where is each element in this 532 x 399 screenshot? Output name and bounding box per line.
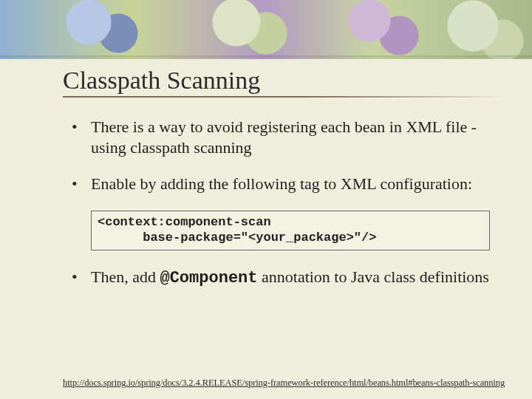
slide-body: Classpath Scanning There is a way to avo… — [63, 66, 502, 305]
bullet-item: Enable by adding the following tag to XM… — [67, 174, 502, 194]
inline-code: @Component — [160, 269, 257, 287]
bullet-text-part: Then, add — [91, 267, 160, 286]
slide-title: Classpath Scanning — [63, 66, 502, 98]
bullet-text: There is a way to avoid registering each… — [91, 117, 477, 157]
bullet-item: Then, add @Component annotation to Java … — [67, 267, 502, 289]
bullet-text-part: annotation to Java class definitions — [258, 267, 489, 286]
bullet-item: There is a way to avoid registering each… — [67, 117, 502, 157]
reference-link[interactable]: http://docs.spring.io/spring/docs/3.2.4.… — [63, 378, 505, 389]
bullet-list: Then, add @Component annotation to Java … — [63, 267, 502, 289]
code-snippet: <context:component-scan base-package="<y… — [91, 211, 490, 251]
bullet-list: There is a way to avoid registering each… — [63, 117, 502, 194]
bullet-text: Enable by adding the following tag to XM… — [91, 174, 472, 193]
decorative-banner — [0, 0, 532, 59]
